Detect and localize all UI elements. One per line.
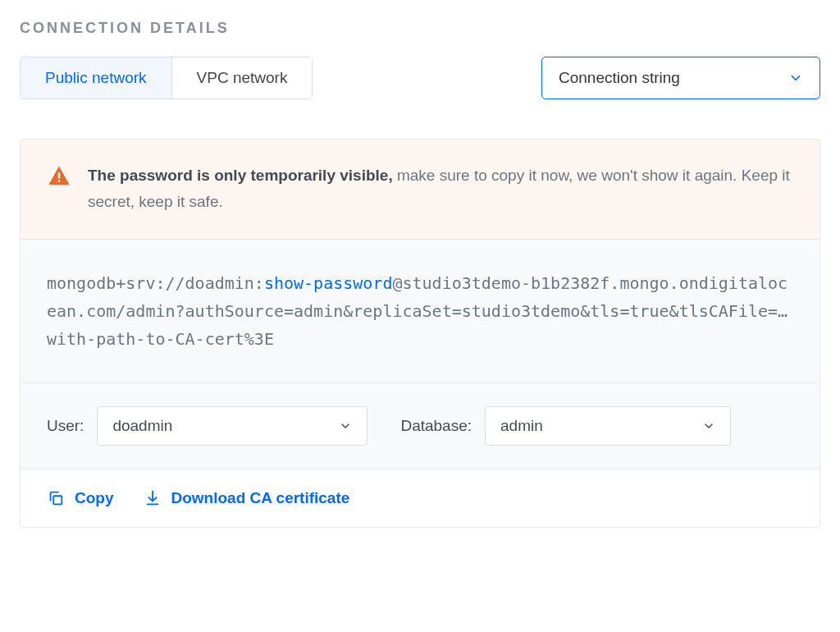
actions-row: Copy Download CA certificate [21, 469, 819, 527]
show-password-link[interactable]: show-password [264, 273, 393, 293]
copy-button[interactable]: Copy [47, 489, 114, 507]
network-tab-group: Public network VPC network [20, 57, 313, 99]
user-selector-group: User: doadmin [47, 406, 368, 446]
warning-text: The password is only temporarily visible… [88, 163, 793, 216]
database-select[interactable]: admin [485, 406, 731, 446]
user-select-value: doadmin [112, 417, 172, 435]
download-ca-button[interactable]: Download CA certificate [144, 489, 350, 507]
user-select[interactable]: doadmin [97, 406, 368, 446]
svg-rect-1 [58, 180, 61, 182]
svg-rect-2 [53, 496, 62, 504]
database-label: Database: [400, 417, 472, 435]
chevron-down-icon [788, 71, 803, 85]
connstring-prefix: mongodb+srv://doadmin: [47, 273, 264, 293]
download-label: Download CA certificate [171, 489, 350, 507]
user-label: User: [47, 417, 84, 435]
connection-format-selected: Connection string [559, 69, 680, 87]
selectors-row: User: doadmin Database: admin [21, 383, 819, 469]
copy-icon [47, 489, 65, 507]
tab-public-network[interactable]: Public network [21, 57, 172, 98]
database-select-value: admin [500, 417, 543, 435]
connection-format-dropdown[interactable]: Connection string [541, 57, 820, 99]
warning-icon [47, 164, 71, 189]
chevron-down-icon [339, 419, 352, 433]
connection-string-block: mongodb+srv://doadmin:show-password@stud… [21, 240, 819, 383]
controls-row: Public network VPC network Connection st… [20, 57, 820, 99]
password-warning-alert: The password is only temporarily visible… [21, 140, 819, 240]
chevron-down-icon [702, 419, 715, 433]
download-icon [144, 489, 162, 507]
connection-card: The password is only temporarily visible… [20, 139, 820, 528]
tab-vpc-network[interactable]: VPC network [172, 57, 313, 98]
copy-label: Copy [75, 489, 114, 507]
section-title: CONNECTION DETAILS [20, 20, 820, 37]
database-selector-group: Database: admin [400, 406, 731, 446]
svg-rect-0 [58, 172, 61, 179]
warning-bold: The password is only temporarily visible… [88, 167, 393, 184]
